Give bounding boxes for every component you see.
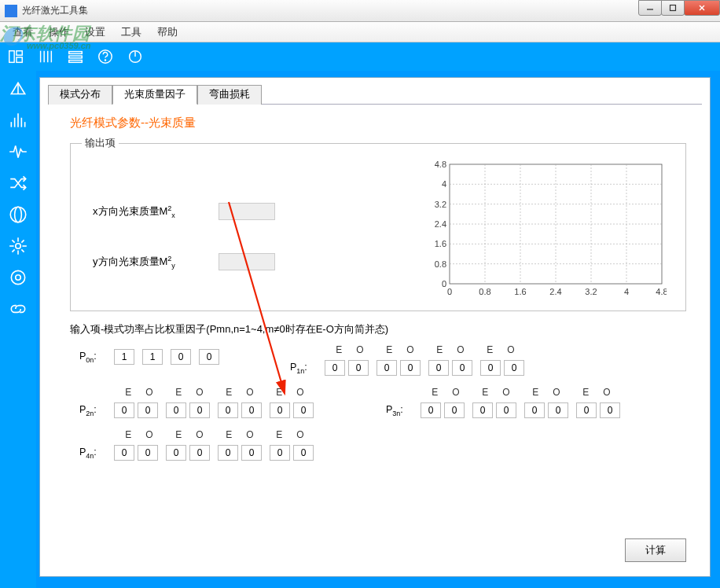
svg-rect-12 [69, 56, 83, 58]
p0n-1[interactable] [114, 349, 134, 365]
svg-point-26 [10, 207, 26, 222]
section-title: 光纤模式参数--光束质量 [70, 116, 702, 130]
side-lens-icon[interactable] [5, 201, 31, 228]
p4n-4o[interactable] [293, 445, 314, 461]
tab-beam-quality[interactable]: 光束质量因子 [112, 85, 197, 105]
menu-settings[interactable]: 设置 [77, 24, 113, 41]
svg-text:0.8: 0.8 [479, 287, 490, 296]
output-group: 输出项 x方向光束质量M2x y方向光束质量M2y 00.81.62.4 [70, 137, 686, 311]
window-controls [639, 0, 720, 16]
p0n-2[interactable] [142, 349, 163, 365]
p2n-4o[interactable] [293, 402, 314, 418]
svg-rect-1 [670, 6, 676, 11]
side-bars-icon[interactable] [5, 107, 31, 134]
p4n-1e[interactable] [114, 445, 134, 461]
p1n-1e[interactable] [325, 360, 345, 376]
p4n-3e[interactable] [218, 445, 238, 461]
p1n-3o[interactable] [452, 360, 472, 376]
p1n-2o[interactable] [400, 360, 421, 376]
window-title: 光纤激光工具集 [22, 4, 88, 17]
p0n-4[interactable] [199, 349, 219, 365]
toolbar-columns-icon[interactable] [35, 46, 57, 68]
side-target-icon[interactable] [5, 264, 31, 291]
svg-text:1.6: 1.6 [514, 287, 526, 296]
toolbar-list-icon[interactable] [64, 46, 86, 68]
minimize-button[interactable] [638, 0, 662, 16]
p2n-2e[interactable] [166, 402, 186, 418]
p3n-1o[interactable] [444, 402, 465, 418]
svg-text:2.4: 2.4 [435, 219, 446, 229]
p3n-3o[interactable] [548, 402, 568, 418]
sidebar [0, 71, 36, 588]
menu-view[interactable]: 查看 [5, 24, 41, 41]
menu-tools[interactable]: 工具 [113, 24, 149, 41]
row-p1n: P1n: [290, 360, 526, 376]
calculate-button[interactable]: 计算 [625, 538, 686, 562]
p2n-3o[interactable] [241, 402, 262, 418]
m2x-label: x方向光束质量M2x [93, 204, 195, 219]
p2n-1o[interactable] [138, 402, 158, 418]
p3n-1e[interactable] [421, 402, 441, 418]
svg-point-36 [11, 270, 24, 284]
p3n-4o[interactable] [600, 402, 620, 418]
svg-text:4: 4 [442, 179, 446, 189]
toolbar-help-icon[interactable] [94, 46, 116, 68]
p2n-4e[interactable] [270, 402, 290, 418]
toolbar-power-icon[interactable] [124, 46, 146, 68]
svg-text:0: 0 [447, 287, 452, 296]
svg-text:3.2: 3.2 [585, 287, 597, 296]
svg-rect-5 [17, 51, 22, 56]
close-button[interactable] [684, 0, 720, 16]
m2y-field[interactable] [219, 253, 275, 270]
p2n-2o[interactable] [189, 402, 210, 418]
chart: 00.81.62.43.244.800.81.62.43.244.8 [423, 160, 667, 298]
svg-rect-13 [69, 61, 83, 63]
p3n-4e[interactable] [576, 402, 597, 418]
side-pulse-icon[interactable] [5, 138, 31, 165]
toolbar-panel-icon[interactable] [5, 46, 27, 68]
menubar: 查看 操作 设置 工具 帮助 ◐ 河东软件园 www.pc0359.cn [0, 22, 720, 42]
p1n-4e[interactable] [480, 360, 501, 376]
row-p3n: P3n: [386, 402, 622, 418]
input-section-title: 输入项-模式功率占比权重因子(Pmn,n=1~4,m≠0时存在E-O方向简并态) [70, 322, 702, 336]
p4n-3o[interactable] [241, 445, 262, 461]
p4n-4e[interactable] [270, 445, 290, 461]
p0n-3[interactable] [171, 349, 191, 365]
p1n-3e[interactable] [428, 360, 449, 376]
p4n-2e[interactable] [166, 445, 186, 461]
svg-point-37 [16, 275, 21, 281]
svg-rect-4 [9, 51, 14, 63]
p2n-1e[interactable] [114, 402, 134, 418]
menu-help[interactable]: 帮助 [149, 24, 186, 41]
content-panel: 模式分布 光束质量因子 弯曲损耗 光纤模式参数--光束质量 输出项 x方向光束质… [39, 77, 711, 577]
tab-bend-loss[interactable]: 弯曲损耗 [197, 85, 262, 105]
output-legend: 输出项 [82, 137, 119, 150]
p1n-1o[interactable] [348, 360, 369, 376]
menu-operate[interactable]: 操作 [41, 24, 77, 41]
p4n-1o[interactable] [138, 445, 158, 461]
side-expand-icon[interactable] [5, 233, 31, 259]
p3n-3e[interactable] [524, 402, 545, 418]
p3n-2o[interactable] [496, 402, 516, 418]
m2x-field[interactable] [219, 203, 275, 220]
p4n-2o[interactable] [189, 445, 210, 461]
svg-text:3.2: 3.2 [435, 200, 446, 209]
svg-text:0: 0 [442, 279, 446, 288]
side-link-icon[interactable] [5, 296, 31, 322]
p2n-3e[interactable] [218, 402, 238, 418]
side-shuffle-icon[interactable] [5, 170, 31, 197]
maximize-button[interactable] [661, 0, 685, 16]
svg-text:4.8: 4.8 [656, 287, 667, 296]
tab-mode-distribution[interactable]: 模式分布 [48, 85, 112, 105]
p1n-4o[interactable] [504, 360, 524, 376]
side-prism-icon[interactable] [5, 75, 31, 102]
row-p0n: P0n: [79, 349, 219, 365]
p3n-2e[interactable] [472, 402, 493, 418]
svg-text:0.8: 0.8 [435, 259, 446, 269]
p1n-2e[interactable] [377, 360, 397, 376]
row-p4n: P4n: [79, 445, 680, 461]
svg-point-25 [15, 207, 22, 222]
toolbar [0, 42, 720, 71]
svg-line-34 [21, 240, 24, 242]
svg-line-32 [12, 240, 14, 242]
